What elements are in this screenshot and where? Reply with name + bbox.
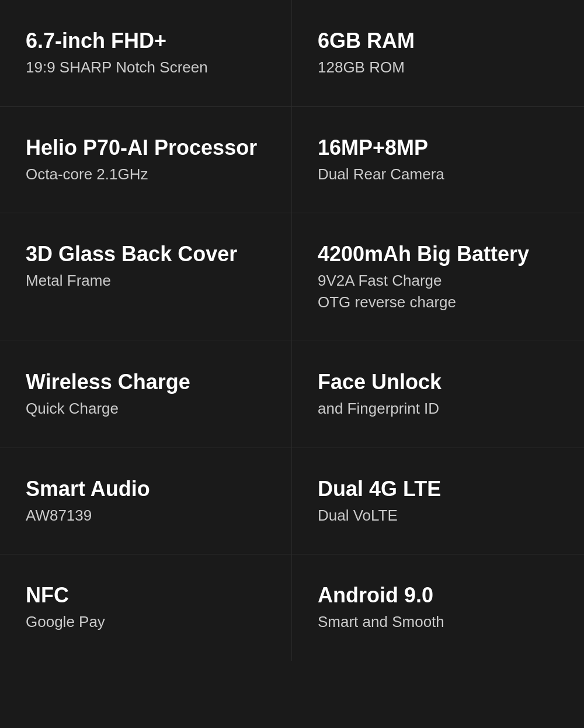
spec-subtitle-lte: Dual VoLTE xyxy=(318,505,561,526)
spec-cell-back-cover: 3D Glass Back CoverMetal Frame xyxy=(0,213,292,341)
spec-title-processor: Helio P70-AI Processor xyxy=(26,135,268,160)
spec-cell-face-unlock: Face Unlockand Fingerprint ID xyxy=(292,341,584,448)
spec-subtitle-battery: 9V2A Fast ChargeOTG reverse charge xyxy=(318,270,561,313)
spec-title-camera: 16MP+8MP xyxy=(318,135,561,160)
spec-subtitle-screen: 19:9 SHARP Notch Screen xyxy=(26,57,268,78)
spec-cell-camera: 16MP+8MPDual Rear Camera xyxy=(292,107,584,214)
spec-title-smart-audio: Smart Audio xyxy=(26,476,268,501)
spec-title-screen: 6.7-inch FHD+ xyxy=(26,28,268,53)
spec-subtitle-face-unlock: and Fingerprint ID xyxy=(318,398,561,419)
spec-title-ram: 6GB RAM xyxy=(318,28,561,53)
spec-title-lte: Dual 4G LTE xyxy=(318,476,561,501)
specs-grid: 6.7-inch FHD+19:9 SHARP Notch Screen6GB … xyxy=(0,0,584,661)
spec-cell-ram: 6GB RAM128GB ROM xyxy=(292,0,584,107)
spec-subtitle-nfc: Google Pay xyxy=(26,611,268,632)
spec-title-nfc: NFC xyxy=(26,583,268,608)
spec-subtitle-camera: Dual Rear Camera xyxy=(318,164,561,185)
spec-subtitle-wireless-charge: Quick Charge xyxy=(26,398,268,419)
spec-subtitle-processor: Octa-core 2.1GHz xyxy=(26,164,268,185)
spec-cell-screen: 6.7-inch FHD+19:9 SHARP Notch Screen xyxy=(0,0,292,107)
spec-subtitle-back-cover: Metal Frame xyxy=(26,270,268,291)
spec-subtitle-ram: 128GB ROM xyxy=(318,57,561,78)
spec-cell-nfc: NFCGoogle Pay xyxy=(0,554,292,661)
spec-subtitle-android: Smart and Smooth xyxy=(318,611,561,632)
spec-title-android: Android 9.0 xyxy=(318,583,561,608)
spec-title-battery: 4200mAh Big Battery xyxy=(318,241,561,266)
spec-cell-processor: Helio P70-AI ProcessorOcta-core 2.1GHz xyxy=(0,107,292,214)
spec-title-wireless-charge: Wireless Charge xyxy=(26,369,268,394)
spec-title-back-cover: 3D Glass Back Cover xyxy=(26,241,268,266)
spec-cell-lte: Dual 4G LTEDual VoLTE xyxy=(292,448,584,555)
spec-cell-battery: 4200mAh Big Battery9V2A Fast ChargeOTG r… xyxy=(292,213,584,341)
spec-title-face-unlock: Face Unlock xyxy=(318,369,561,394)
spec-subtitle-smart-audio: AW87139 xyxy=(26,505,268,526)
spec-cell-wireless-charge: Wireless ChargeQuick Charge xyxy=(0,341,292,448)
spec-cell-smart-audio: Smart AudioAW87139 xyxy=(0,448,292,555)
spec-cell-android: Android 9.0Smart and Smooth xyxy=(292,554,584,661)
